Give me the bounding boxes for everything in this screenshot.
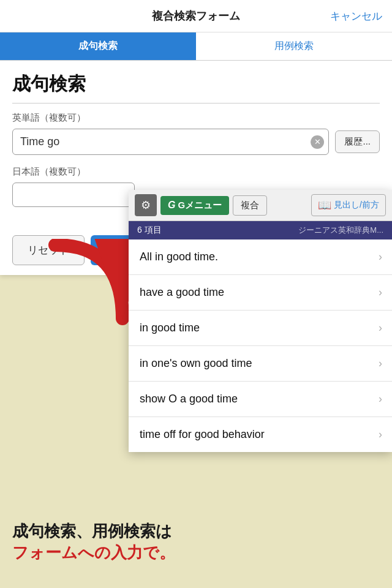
tabs: 成句検索 用例検索 [0,32,392,61]
arrow-container [37,239,135,339]
g-logo: G [168,200,175,211]
fukugo-button[interactable]: 複合 [233,195,267,216]
result-header: 6 項目 ジーニアス英和辞典M... [129,221,392,239]
form-main-title: 成句検索 [12,72,380,104]
popup-toolbar: ⚙ G Gメニュー 複合 📖 見出し/前方 [129,190,392,221]
tab-phrase[interactable]: 成句検索 [0,32,196,60]
bottom-line2: フォームへの入力で。 [12,542,380,564]
result-item-4[interactable]: show O a good time › [129,382,392,417]
chevron-icon: › [379,286,382,299]
chevron-icon: › [379,357,382,370]
en-field-label: 英単語（複数可） [12,112,380,124]
result-item-0[interactable]: All in good time. › [129,239,392,275]
result-item-3[interactable]: in one's own good time › [129,346,392,382]
tab-example[interactable]: 用例検索 [196,32,392,60]
jp-search-input[interactable] [12,183,135,207]
chevron-icon: › [379,393,382,405]
result-item-5[interactable]: time off for good behavior › [129,417,392,452]
chevron-icon: › [379,428,382,441]
en-input-wrap: ✕ [12,129,329,155]
midashi-button[interactable]: 📖 見出し/前方 [311,194,386,216]
history-button[interactable]: 履歴... [335,130,380,153]
en-input-row: ✕ 履歴... [12,129,380,155]
bottom-text: 成句検索、用例検索は フォームへの入力で。 [12,521,380,564]
cancel-button[interactable]: キャンセル [330,9,382,23]
arrow-icon [37,239,135,337]
bottom-line1: 成句検索、用例検索は [12,521,380,542]
gear-icon: ⚙ [141,198,151,212]
chevron-icon: › [379,322,382,334]
en-search-input[interactable] [12,129,329,155]
result-source: ジーニアス英和辞典M... [298,225,383,236]
header: 複合検索フォーム キャンセル [0,0,392,32]
result-item-2[interactable]: in good time › [129,311,392,346]
clear-button[interactable]: ✕ [311,135,324,149]
book-icon: 📖 [318,198,331,212]
result-item-1[interactable]: have a good time › [129,275,392,311]
jp-field-label: 日本語（複数可） [12,166,380,178]
result-list: All in good time. › have a good time › i… [129,239,392,452]
gear-button[interactable]: ⚙ [135,194,157,216]
g-menu-button[interactable]: G Gメニュー [160,196,229,215]
header-title: 複合検索フォーム [152,9,240,23]
chevron-icon: › [379,251,382,263]
result-count: 6 項目 [137,225,162,236]
dropdown-popup: ⚙ G Gメニュー 複合 📖 見出し/前方 6 項目 ジーニアス英和辞典M...… [129,190,392,452]
